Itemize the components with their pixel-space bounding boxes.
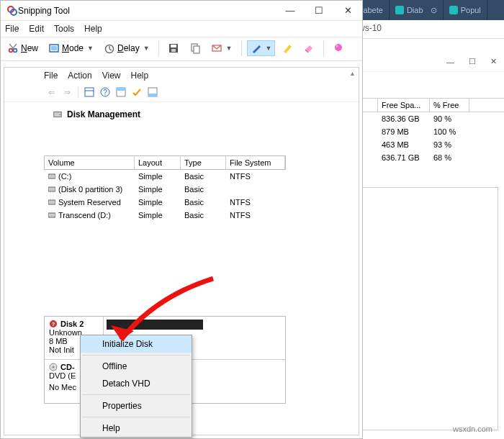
menu-edit[interactable]: Edit xyxy=(29,24,44,34)
unknown-disk-icon: ? xyxy=(49,320,58,328)
context-menu: Initialize Disk Offline Detach VHD Prope… xyxy=(80,335,192,438)
eraser-button[interactable] xyxy=(300,40,318,56)
ctx-offline[interactable]: Offline xyxy=(81,358,192,375)
minimize-icon[interactable]: — xyxy=(446,58,454,66)
capture-content: Disk Management File Action View Help ⇐ … xyxy=(4,67,359,435)
svg-rect-26 xyxy=(48,187,55,191)
dm-menu-view[interactable]: View xyxy=(102,71,121,81)
chevron-down-icon: ▼ xyxy=(87,45,94,52)
mode-icon xyxy=(48,42,60,54)
separator xyxy=(82,355,190,356)
dm-menu-help[interactable]: Help xyxy=(131,71,149,81)
table-row[interactable]: GB 636.71 GB 68 % xyxy=(338,151,504,164)
col-layout[interactable]: Layout xyxy=(135,156,181,169)
col-pct-free[interactable]: % Free xyxy=(430,99,469,112)
table-row[interactable]: B 879 MB 100 % xyxy=(338,125,504,138)
drive-icon xyxy=(48,173,55,180)
pane-icon xyxy=(148,87,158,97)
view-bottom-button[interactable] xyxy=(145,85,160,99)
chevron-down-icon: ▼ xyxy=(226,45,233,52)
view-top-button[interactable] xyxy=(114,85,128,99)
col-free-space[interactable]: Free Spa... xyxy=(378,99,430,112)
mode-button[interactable]: Mode▼ xyxy=(45,40,97,56)
svg-rect-28 xyxy=(48,213,55,217)
browser-tab-3[interactable]: Popul xyxy=(444,0,487,20)
table-row[interactable]: Transcend (D:) Simple Basic NTFS xyxy=(44,209,286,222)
drive-icon xyxy=(48,199,55,206)
pen-button[interactable]: ▼ xyxy=(247,40,276,56)
svg-rect-22 xyxy=(117,88,125,91)
separator xyxy=(241,40,242,56)
svg-rect-27 xyxy=(48,200,55,204)
copy-button[interactable] xyxy=(186,40,204,56)
delay-button[interactable]: Delay▼ xyxy=(100,40,153,56)
chevron-down-icon: ▼ xyxy=(143,45,150,52)
svg-point-32 xyxy=(53,366,55,368)
save-button[interactable] xyxy=(164,40,183,56)
window-controls-bg: — ☐ ✕ xyxy=(338,52,504,72)
view-action-button[interactable] xyxy=(130,85,144,99)
ctx-detach-vhd[interactable]: Detach VHD xyxy=(81,375,192,392)
highlighter-button[interactable] xyxy=(278,40,297,56)
highlighter-icon xyxy=(282,42,293,54)
close-button[interactable]: ✕ xyxy=(333,1,362,20)
cdrom-icon xyxy=(49,363,58,371)
svg-point-2 xyxy=(9,49,13,53)
help-button[interactable]: ? xyxy=(98,85,112,99)
chevron-down-icon: ▼ xyxy=(266,45,272,52)
favicon xyxy=(395,6,404,14)
balloon-icon xyxy=(333,42,344,54)
drive-icon xyxy=(48,186,55,193)
help-icon: ? xyxy=(100,87,110,97)
table-row[interactable]: B 463 MB 93 % xyxy=(338,138,504,151)
separator xyxy=(323,40,324,56)
svg-rect-8 xyxy=(171,45,176,47)
menu-help[interactable]: Help xyxy=(84,24,102,34)
menu-file[interactable]: File xyxy=(5,24,19,34)
table-row[interactable]: 5 GB 836.36 GB 90 % xyxy=(338,112,504,125)
scroll-up-button[interactable]: ▴ xyxy=(347,69,357,79)
ctx-properties[interactable]: Properties xyxy=(81,397,192,415)
svg-rect-11 xyxy=(194,46,199,53)
new-button[interactable]: NNewew xyxy=(4,40,42,56)
watermark: wsxdn.com xyxy=(453,425,492,433)
table-row[interactable]: System Reserved Simple Basic NTFS xyxy=(44,196,286,209)
col-type[interactable]: Type xyxy=(181,156,226,169)
svg-point-14 xyxy=(336,45,338,47)
dm-menubar: File Action View Help xyxy=(4,68,359,83)
clock-icon xyxy=(104,42,115,54)
close-icon[interactable]: ✕ xyxy=(490,57,497,66)
back-button[interactable]: ⇐ xyxy=(44,85,58,99)
col-volume[interactable]: Volume xyxy=(45,156,135,169)
background-window: Diabete Diab ⊙ Popul ndows-10 — ☐ ✕ ity … xyxy=(338,0,504,439)
dm-menu-action[interactable]: Action xyxy=(68,71,91,81)
send-button[interactable]: ▼ xyxy=(207,40,236,56)
maximize-icon[interactable]: ☐ xyxy=(469,57,476,66)
save-icon xyxy=(168,42,179,54)
table-row[interactable]: (C:) Simple Basic NTFS xyxy=(44,170,286,183)
refresh-button[interactable] xyxy=(82,85,96,99)
col-filesystem[interactable]: File System xyxy=(226,156,285,169)
maximize-button[interactable]: ☐ xyxy=(305,1,333,20)
svg-text:?: ? xyxy=(103,89,107,96)
svg-rect-5 xyxy=(51,46,57,50)
menubar: File Edit Tools Help xyxy=(1,21,362,37)
ctx-help[interactable]: Help xyxy=(81,420,192,437)
svg-point-13 xyxy=(335,44,342,51)
forward-button[interactable]: ⇒ xyxy=(60,85,74,99)
paint3d-button[interactable] xyxy=(329,40,348,56)
pen-icon xyxy=(251,42,262,54)
drive-icon xyxy=(48,212,55,219)
browser-tabstrip: Diabete Diab ⊙ Popul xyxy=(338,0,504,20)
browser-tab-2[interactable]: Diab ⊙ xyxy=(390,0,444,20)
copy-icon xyxy=(189,42,201,54)
table-row[interactable]: (Disk 0 partition 3) Simple Basic xyxy=(44,183,286,196)
minimize-button[interactable]: — xyxy=(276,1,305,20)
dm-menu-file[interactable]: File xyxy=(44,71,58,81)
pane-icon xyxy=(116,87,126,97)
svg-point-3 xyxy=(14,49,17,53)
menu-tools[interactable]: Tools xyxy=(54,24,74,34)
favicon xyxy=(449,6,458,14)
ctx-initialize-disk[interactable]: Initialize Disk xyxy=(81,335,192,353)
window-title: Snipping Tool xyxy=(18,6,276,16)
